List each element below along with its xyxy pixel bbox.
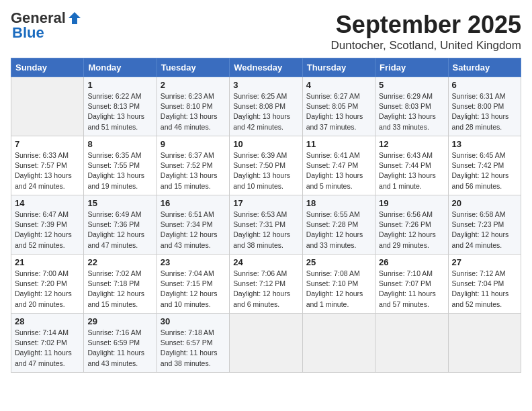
calendar-cell: 26Sunrise: 7:10 AMSunset: 7:07 PMDayligh… xyxy=(375,255,448,314)
day-detail: Sunrise: 6:31 AMSunset: 8:00 PMDaylight:… xyxy=(452,91,517,132)
day-number: 22 xyxy=(87,257,152,267)
calendar-cell: 17Sunrise: 6:53 AMSunset: 7:31 PMDayligh… xyxy=(230,195,302,255)
day-detail: Sunrise: 7:08 AMSunset: 7:10 PMDaylight:… xyxy=(306,269,371,310)
day-detail: Sunrise: 7:04 AMSunset: 7:15 PMDaylight:… xyxy=(161,269,226,310)
day-detail: Sunrise: 6:23 AMSunset: 8:10 PMDaylight:… xyxy=(161,91,226,132)
day-detail: Sunrise: 7:02 AMSunset: 7:18 PMDaylight:… xyxy=(87,269,152,310)
day-number: 11 xyxy=(306,139,371,149)
day-number: 19 xyxy=(379,198,444,208)
calendar-table: SundayMondayTuesdayWednesdayThursdayFrid… xyxy=(11,58,521,373)
calendar-cell: 27Sunrise: 7:12 AMSunset: 7:04 PMDayligh… xyxy=(448,255,521,314)
day-number: 12 xyxy=(379,139,444,149)
weekday-header-friday: Friday xyxy=(375,58,448,77)
day-detail: Sunrise: 6:45 AMSunset: 7:42 PMDaylight:… xyxy=(452,150,517,191)
calendar-cell: 18Sunrise: 6:55 AMSunset: 7:28 PMDayligh… xyxy=(302,195,375,255)
day-detail: Sunrise: 6:53 AMSunset: 7:31 PMDaylight:… xyxy=(233,210,298,250)
calendar-cell xyxy=(448,314,521,373)
day-number: 24 xyxy=(233,257,298,267)
day-detail: Sunrise: 6:49 AMSunset: 7:36 PMDaylight:… xyxy=(87,210,152,250)
calendar-cell: 19Sunrise: 6:56 AMSunset: 7:26 PMDayligh… xyxy=(375,195,448,255)
logo-icon xyxy=(67,11,82,26)
calendar-cell: 14Sunrise: 6:47 AMSunset: 7:39 PMDayligh… xyxy=(11,195,84,255)
day-detail: Sunrise: 6:29 AMSunset: 8:03 PMDaylight:… xyxy=(379,91,444,132)
calendar-cell: 8Sunrise: 6:35 AMSunset: 7:55 PMDaylight… xyxy=(84,136,157,195)
day-number: 14 xyxy=(15,198,80,208)
day-detail: Sunrise: 7:12 AMSunset: 7:04 PMDaylight:… xyxy=(452,269,517,310)
day-number: 5 xyxy=(379,80,444,90)
calendar-cell: 4Sunrise: 6:27 AMSunset: 8:05 PMDaylight… xyxy=(302,77,375,136)
day-detail: Sunrise: 7:06 AMSunset: 7:12 PMDaylight:… xyxy=(233,269,298,310)
day-number: 10 xyxy=(233,139,298,149)
day-number: 8 xyxy=(87,139,152,149)
logo-general-text: General xyxy=(11,11,66,26)
calendar-week-2: 7Sunrise: 6:33 AMSunset: 7:57 PMDaylight… xyxy=(11,136,521,195)
weekday-header-wednesday: Wednesday xyxy=(230,58,302,77)
calendar-cell: 24Sunrise: 7:06 AMSunset: 7:12 PMDayligh… xyxy=(230,255,302,314)
calendar-cell: 12Sunrise: 6:43 AMSunset: 7:44 PMDayligh… xyxy=(375,136,448,195)
calendar-cell: 28Sunrise: 7:14 AMSunset: 7:02 PMDayligh… xyxy=(11,314,84,373)
logo-blue-text: Blue xyxy=(12,26,44,40)
title-area: September 2025 Duntocher, Scotland, Unit… xyxy=(330,11,521,52)
calendar-cell: 3Sunrise: 6:25 AMSunset: 8:08 PMDaylight… xyxy=(230,77,302,136)
day-detail: Sunrise: 7:18 AMSunset: 6:57 PMDaylight:… xyxy=(161,328,226,369)
calendar-cell: 21Sunrise: 7:00 AMSunset: 7:20 PMDayligh… xyxy=(11,255,84,314)
day-number: 2 xyxy=(161,80,226,90)
calendar-cell: 7Sunrise: 6:33 AMSunset: 7:57 PMDaylight… xyxy=(11,136,84,195)
day-number: 26 xyxy=(379,257,444,267)
day-number: 29 xyxy=(87,316,152,326)
day-number: 3 xyxy=(233,80,298,90)
day-number: 4 xyxy=(306,80,371,90)
calendar-cell: 2Sunrise: 6:23 AMSunset: 8:10 PMDaylight… xyxy=(157,77,229,136)
calendar-week-5: 28Sunrise: 7:14 AMSunset: 7:02 PMDayligh… xyxy=(11,314,521,373)
day-detail: Sunrise: 6:43 AMSunset: 7:44 PMDaylight:… xyxy=(379,150,444,191)
calendar-cell xyxy=(11,77,84,136)
calendar-cell: 22Sunrise: 7:02 AMSunset: 7:18 PMDayligh… xyxy=(84,255,157,314)
calendar-cell: 6Sunrise: 6:31 AMSunset: 8:00 PMDaylight… xyxy=(448,77,521,136)
calendar-cell xyxy=(230,314,302,373)
day-number: 28 xyxy=(15,316,80,326)
day-detail: Sunrise: 6:22 AMSunset: 8:13 PMDaylight:… xyxy=(87,91,152,132)
month-title: September 2025 xyxy=(330,11,521,39)
calendar-cell: 20Sunrise: 6:58 AMSunset: 7:23 PMDayligh… xyxy=(448,195,521,255)
day-detail: Sunrise: 6:55 AMSunset: 7:28 PMDaylight:… xyxy=(306,210,371,250)
day-detail: Sunrise: 6:56 AMSunset: 7:26 PMDaylight:… xyxy=(379,210,444,250)
header: General Blue September 2025 Duntocher, S… xyxy=(11,11,521,52)
calendar-cell xyxy=(302,314,375,373)
day-number: 23 xyxy=(161,257,226,267)
day-number: 25 xyxy=(306,257,371,267)
day-number: 17 xyxy=(233,198,298,208)
day-number: 6 xyxy=(452,80,517,90)
day-number: 30 xyxy=(161,316,226,326)
calendar-cell: 9Sunrise: 6:37 AMSunset: 7:52 PMDaylight… xyxy=(157,136,229,195)
day-detail: Sunrise: 7:14 AMSunset: 7:02 PMDaylight:… xyxy=(15,328,80,369)
weekday-header-monday: Monday xyxy=(84,58,157,77)
calendar-cell: 10Sunrise: 6:39 AMSunset: 7:50 PMDayligh… xyxy=(230,136,302,195)
calendar-week-3: 14Sunrise: 6:47 AMSunset: 7:39 PMDayligh… xyxy=(11,195,521,255)
calendar-cell: 13Sunrise: 6:45 AMSunset: 7:42 PMDayligh… xyxy=(448,136,521,195)
location-title: Duntocher, Scotland, United Kingdom xyxy=(330,39,521,52)
calendar-cell: 30Sunrise: 7:18 AMSunset: 6:57 PMDayligh… xyxy=(157,314,229,373)
weekday-header-tuesday: Tuesday xyxy=(157,58,229,77)
day-number: 7 xyxy=(15,139,80,149)
calendar-cell: 29Sunrise: 7:16 AMSunset: 6:59 PMDayligh… xyxy=(84,314,157,373)
weekday-header-thursday: Thursday xyxy=(302,58,375,77)
day-detail: Sunrise: 6:35 AMSunset: 7:55 PMDaylight:… xyxy=(87,150,152,191)
day-number: 18 xyxy=(306,198,371,208)
day-detail: Sunrise: 6:33 AMSunset: 7:57 PMDaylight:… xyxy=(15,150,80,191)
day-detail: Sunrise: 6:25 AMSunset: 8:08 PMDaylight:… xyxy=(233,91,298,132)
day-detail: Sunrise: 6:37 AMSunset: 7:52 PMDaylight:… xyxy=(161,150,226,191)
calendar-week-4: 21Sunrise: 7:00 AMSunset: 7:20 PMDayligh… xyxy=(11,255,521,314)
calendar-cell: 25Sunrise: 7:08 AMSunset: 7:10 PMDayligh… xyxy=(302,255,375,314)
day-number: 9 xyxy=(161,139,226,149)
calendar-cell xyxy=(375,314,448,373)
day-detail: Sunrise: 7:10 AMSunset: 7:07 PMDaylight:… xyxy=(379,269,444,310)
calendar-cell: 5Sunrise: 6:29 AMSunset: 8:03 PMDaylight… xyxy=(375,77,448,136)
day-detail: Sunrise: 7:00 AMSunset: 7:20 PMDaylight:… xyxy=(15,269,80,310)
day-number: 16 xyxy=(161,198,226,208)
day-number: 20 xyxy=(452,198,517,208)
calendar-cell: 16Sunrise: 6:51 AMSunset: 7:34 PMDayligh… xyxy=(157,195,229,255)
calendar-cell: 23Sunrise: 7:04 AMSunset: 7:15 PMDayligh… xyxy=(157,255,229,314)
day-number: 1 xyxy=(87,80,152,90)
day-detail: Sunrise: 6:27 AMSunset: 8:05 PMDaylight:… xyxy=(306,91,371,132)
weekday-header-row: SundayMondayTuesdayWednesdayThursdayFrid… xyxy=(11,58,521,77)
